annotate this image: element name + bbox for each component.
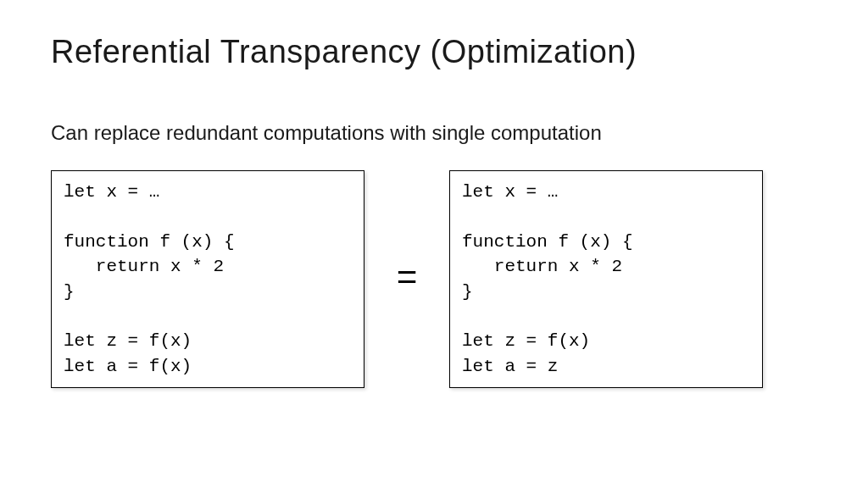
code-comparison-row: let x = … function f (x) { return x * 2 … xyxy=(51,170,817,388)
equals-sign: = xyxy=(390,259,424,300)
slide-subtitle: Can replace redundant computations with … xyxy=(51,121,817,145)
code-box-left: let x = … function f (x) { return x * 2 … xyxy=(51,170,364,388)
slide-title: Referential Transparency (Optimization) xyxy=(51,34,817,70)
code-box-right: let x = … function f (x) { return x * 2 … xyxy=(449,170,763,388)
